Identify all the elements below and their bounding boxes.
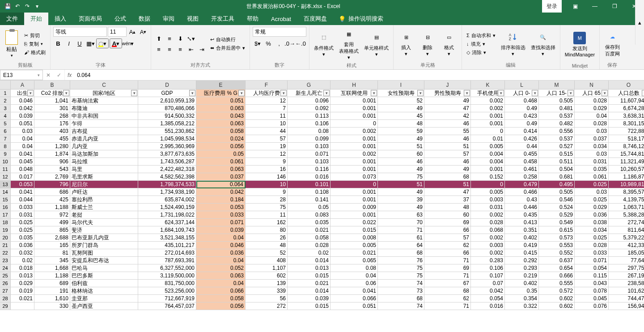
cell[interactable]: 831,750,000 [138, 280, 196, 287]
cell[interactable]: 272,014,693 [138, 249, 196, 257]
cell[interactable]: 0.021 [330, 249, 378, 257]
cell[interactable]: 0.096 [288, 97, 330, 105]
cell[interactable]: 0.016 [288, 173, 330, 181]
cell[interactable]: 0.025 [11, 219, 34, 226]
cell[interactable]: 61 [378, 234, 424, 242]
cell[interactable]: 0.056 [196, 143, 246, 150]
cell[interactable]: 76 [378, 257, 424, 264]
cell[interactable]: 1,280 [34, 143, 70, 150]
cell[interactable]: 马里 [70, 166, 138, 173]
cell[interactable]: 49 [378, 166, 424, 173]
cell[interactable]: 0.351 [505, 226, 539, 234]
cell[interactable]: 689 [34, 280, 70, 287]
cell[interactable]: 52 [378, 97, 424, 105]
column-header[interactable]: B [34, 81, 70, 89]
align-bottom-button[interactable]: ⬇ [175, 34, 185, 43]
cell[interactable]: 345 [34, 257, 70, 264]
cell[interactable]: 0.008 [330, 234, 378, 242]
cell[interactable]: 297,759 [609, 264, 644, 272]
cell[interactable]: 0.446 [505, 204, 539, 211]
cell[interactable]: 0 [330, 181, 378, 188]
cell[interactable]: 0.028 [288, 242, 330, 249]
column-header[interactable]: L [505, 81, 539, 89]
cell[interactable]: 870,486,066 [138, 105, 196, 112]
cell[interactable]: 0.039 [11, 112, 34, 120]
cell[interactable]: 0.034 [575, 226, 609, 234]
cell[interactable]: 10 [246, 181, 288, 188]
cell[interactable]: 191 [34, 287, 70, 295]
format-painter-button[interactable]: 🖌格式刷 [22, 49, 47, 56]
cell[interactable]: 0.021 [288, 226, 330, 234]
font-name-select[interactable] [53, 27, 107, 37]
cell[interactable]: 0.001 [330, 211, 378, 219]
row-header[interactable]: 5 [0, 120, 11, 128]
cell[interactable]: 75 [378, 272, 424, 280]
copy-button[interactable]: ⎘复制▾ [22, 40, 47, 48]
cell[interactable]: 0.034 [575, 143, 609, 150]
cell[interactable]: 毛里求斯 [70, 173, 138, 181]
cell[interactable]: 0.073 [330, 173, 378, 181]
cell[interactable]: 0.419 [505, 242, 539, 249]
cell[interactable]: 0.064 [196, 181, 246, 188]
row-header[interactable]: 27 [0, 287, 11, 295]
cell[interactable]: 斯威士兰 [70, 204, 138, 211]
format-table-button[interactable]: ▦ 套用 表格格式▾ [337, 27, 360, 61]
cell[interactable]: 0.058 [196, 295, 246, 302]
cell[interactable]: 0.029 [575, 105, 609, 112]
row-header[interactable]: 15 [0, 196, 11, 204]
cell[interactable]: 301 [34, 105, 70, 112]
tab-item[interactable]: 数据 [132, 13, 157, 25]
undo-icon[interactable]: ↶ [14, 3, 21, 9]
cell[interactable]: 0.05 [288, 204, 330, 211]
table-header-cell[interactable]: 人均医疗费▾ [246, 89, 288, 97]
autosum-button[interactable]: Σ自动求和▾ [465, 32, 497, 39]
tab-item[interactable]: 开发工具 [205, 13, 241, 25]
cell[interactable]: 0.078 [575, 287, 609, 295]
cell[interactable]: 0.017 [11, 173, 34, 181]
font-size-select[interactable] [108, 27, 127, 37]
cell[interactable]: 0.654 [539, 264, 575, 272]
column-header[interactable]: H [330, 81, 378, 89]
decrease-decimal-button[interactable]: ←.0 [296, 38, 305, 48]
cell[interactable]: 0.505 [539, 188, 575, 196]
cell[interactable]: 0.036 [575, 211, 609, 219]
cell[interactable]: 0.036 [11, 242, 34, 249]
cell[interactable]: 49 [378, 105, 424, 112]
cell[interactable]: 865 [34, 226, 70, 234]
cell[interactable]: 所罗门群岛 [70, 242, 138, 249]
cell[interactable]: 0.511 [539, 158, 575, 166]
enter-icon[interactable]: ✓ [54, 72, 64, 78]
table-header-cell[interactable]: 女性预期寿▾ [378, 89, 424, 97]
fx-icon[interactable]: fx [64, 70, 74, 80]
cell[interactable]: 0.005 [471, 143, 505, 150]
row-header[interactable]: 29 [0, 302, 11, 310]
cell[interactable]: 5,388,281 [609, 211, 644, 219]
cell[interactable]: 46 [424, 135, 471, 143]
cell[interactable]: 0.515 [539, 150, 575, 158]
cell[interactable]: 0.003 [471, 242, 505, 249]
cell[interactable]: 11 [246, 211, 288, 219]
cell[interactable]: 51 [378, 181, 424, 188]
cell[interactable]: 0.115 [575, 272, 609, 280]
cell[interactable]: 0.504 [539, 166, 575, 173]
cell[interactable]: 0 [471, 128, 505, 135]
cell[interactable]: 0.033 [196, 211, 246, 219]
login-button[interactable]: 登录 [542, 0, 562, 13]
save-baidu-button[interactable]: ☁ 保存到 百度网 [602, 30, 622, 58]
tab-file[interactable]: 文件 [0, 13, 24, 25]
cell[interactable]: 0.002 [471, 105, 505, 112]
cell[interactable]: 68 [424, 287, 471, 295]
cell[interactable]: 0.184 [196, 196, 246, 204]
cell[interactable]: 0.529 [539, 211, 575, 219]
cell[interactable]: 1,063,715 [609, 204, 644, 211]
cell[interactable]: 0.005 [330, 242, 378, 249]
minimize-icon[interactable]: — [585, 0, 605, 13]
cell[interactable]: 71 [424, 302, 471, 310]
cell[interactable]: 0.046 [196, 242, 246, 249]
cell[interactable]: 赤道几内亚 [70, 135, 138, 143]
cell[interactable]: 0.435 [505, 211, 539, 219]
cell[interactable]: 0.555 [539, 280, 575, 287]
cell[interactable]: 0.054 [471, 295, 505, 302]
align-right-button[interactable]: ≡ [175, 44, 185, 54]
cell[interactable]: 15,744,811 [609, 150, 644, 158]
